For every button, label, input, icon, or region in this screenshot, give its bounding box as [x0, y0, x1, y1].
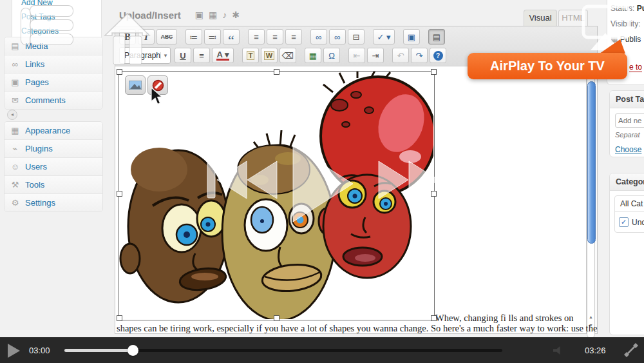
overlay-pill-1: [30, 5, 73, 17]
seek-handle[interactable]: [128, 345, 138, 356]
tag-hint-text: Separat: [615, 131, 644, 139]
sidebar-item-pages[interactable]: ▣ Pages: [5, 74, 102, 92]
wp-menu-top: ▤ Media ∞ Links ▣ Pages ✉ Comments: [4, 37, 103, 110]
overlay-list-graphic: [19, 4, 77, 46]
numbered-list-button[interactable]: ≕: [204, 29, 221, 44]
scrollbar-up-arrow[interactable]: ▲: [589, 315, 593, 319]
strikethrough-button[interactable]: ABC: [156, 29, 177, 44]
underline-button[interactable]: U: [175, 48, 191, 63]
indent-button[interactable]: ⇥: [367, 48, 384, 63]
volume-icon[interactable]: [553, 346, 564, 355]
media-buttons: ▣▦♪✱: [190, 9, 240, 21]
remove-format-button[interactable]: ⌫: [279, 48, 296, 63]
toolbar-row-1: BIABC≔≕“≡≡≡∞∞⊟✓ ▾▣▤: [119, 29, 447, 44]
add-tag-input[interactable]: [615, 113, 644, 128]
sidebar-item-settings[interactable]: ⚙ Settings: [5, 194, 102, 211]
category-label: Unc: [632, 218, 644, 227]
blockquote-button[interactable]: “: [223, 29, 240, 44]
category-checkbox-checked[interactable]: ✓: [619, 217, 629, 227]
category-row-uncategorized: ✓ Unc: [615, 212, 644, 232]
align-center-button[interactable]: ≡: [267, 29, 283, 44]
categories-header[interactable]: Categor: [610, 173, 644, 191]
toolbar-row-2: Paragraph ▾ U≡A ▾TW⌫▦Ω⇤⇥↶↷?: [119, 47, 448, 64]
categories-box: Categor All Cat ✓ Unc: [609, 173, 644, 335]
collapse-sidebar-icon[interactable]: ◂: [7, 110, 17, 120]
insert-media-button[interactable]: ▦: [305, 48, 321, 63]
video-transport-overlay: [203, 142, 454, 229]
image-thumbnail-icon: [129, 81, 142, 90]
chevron-down-icon: ▾: [160, 52, 170, 59]
sidebar-item-comments[interactable]: ✉ Comments: [5, 92, 102, 109]
selection-handle-mid-left[interactable]: [117, 191, 122, 197]
categories-panel: All Cat ✓ Unc: [614, 195, 644, 233]
spellcheck-button[interactable]: ✓ ▾: [373, 29, 395, 44]
selection-handle-top-left[interactable]: [117, 69, 122, 75]
post-tags-box: Post Ta Separat Choose: [609, 90, 644, 157]
special-char-button[interactable]: Ω: [323, 48, 340, 63]
text-color-button[interactable]: A ▾: [212, 48, 234, 63]
tab-visual[interactable]: Visual: [524, 10, 557, 26]
move-to-trash-link-fragment[interactable]: e to: [629, 63, 642, 72]
help-button[interactable]: ?: [430, 48, 446, 63]
home-overlay-icon: [103, 12, 152, 68]
all-categories-tab[interactable]: All Cat: [615, 196, 644, 212]
fullscreen-icon[interactable]: [622, 341, 640, 359]
selection-handle-top-mid[interactable]: [274, 69, 279, 75]
callout-tail: [596, 39, 628, 54]
skip-forward-icon[interactable]: [379, 161, 448, 199]
paste-text-button[interactable]: T: [242, 48, 259, 63]
sidebar-separator: ◂: [0, 110, 103, 119]
player-play-button[interactable]: [8, 344, 20, 358]
bullet-list-button[interactable]: ≔: [185, 29, 202, 44]
undo-button[interactable]: ↶: [392, 48, 409, 63]
unlink-button[interactable]: ∞: [329, 29, 346, 44]
paste-word-button[interactable]: W: [261, 48, 278, 63]
airplay-tutorial-video-frame: { "colors": { "callout_orange": "#f2601d…: [0, 0, 644, 363]
sidebar-item-links[interactable]: ∞ Links: [5, 55, 102, 74]
post-text-line2: shapes can be tiring work, especially if…: [117, 323, 597, 334]
selection-handle-bottom-right[interactable]: [431, 315, 437, 321]
justify-button[interactable]: ≡: [193, 48, 210, 63]
selection-handle-bottom-mid[interactable]: [274, 315, 279, 321]
align-right-button[interactable]: ≡: [285, 29, 302, 44]
outdent-button[interactable]: ⇤: [348, 48, 365, 63]
add-video-icon[interactable]: ▦: [209, 10, 217, 20]
edit-image-button[interactable]: [125, 75, 146, 95]
redo-button[interactable]: ↷: [411, 48, 428, 63]
add-image-icon[interactable]: ▣: [195, 10, 204, 20]
choose-tags-link[interactable]: Choose: [615, 145, 641, 154]
total-time: 03:26: [585, 346, 606, 355]
overlay-pill-3: [30, 34, 73, 45]
more-tag-button[interactable]: ⊟: [348, 29, 365, 44]
post-tags-header[interactable]: Post Ta: [610, 91, 644, 108]
link-button[interactable]: ∞: [310, 29, 327, 44]
sidebar-item-tools[interactable]: ⚒ Tools: [5, 176, 102, 194]
sidebar-item-appearance[interactable]: ▦ Appearance: [5, 122, 102, 140]
scrollbar-thumb[interactable]: [587, 81, 596, 244]
overlay-pill-2: [30, 19, 73, 31]
wp-menu-bottom: ▦ Appearance ⌁ Plugins ☺ Users ⚒ Tools ⚙…: [4, 121, 103, 212]
skip-back-icon[interactable]: [207, 161, 277, 199]
sidebar-item-plugins[interactable]: ⌁ Plugins: [5, 140, 102, 158]
seek-bar[interactable]: [64, 349, 502, 352]
sidebar-item-users[interactable]: ☺ Users: [5, 158, 102, 176]
mouse-cursor: [150, 87, 163, 105]
selection-handle-top-right[interactable]: [431, 69, 437, 75]
current-time: 03:00: [29, 346, 50, 355]
video-player-bar: 03:00 03:26: [0, 337, 644, 363]
add-media-icon[interactable]: ✱: [232, 10, 240, 20]
post-text-line1: Whew, changing fi lls and strokes on: [435, 313, 574, 324]
seek-bar-fill: [64, 349, 130, 352]
selection-handle-bottom-left[interactable]: [117, 315, 122, 321]
align-left-button[interactable]: ≡: [248, 29, 265, 44]
play-overlay-icon[interactable]: [293, 146, 353, 222]
airplay-callout-banner: AirPlay To Your TV: [468, 53, 627, 79]
fullscreen-button[interactable]: ▣: [403, 29, 420, 44]
add-audio-icon[interactable]: ♪: [222, 10, 227, 20]
kitchen-sink-button[interactable]: ▤: [428, 29, 445, 44]
